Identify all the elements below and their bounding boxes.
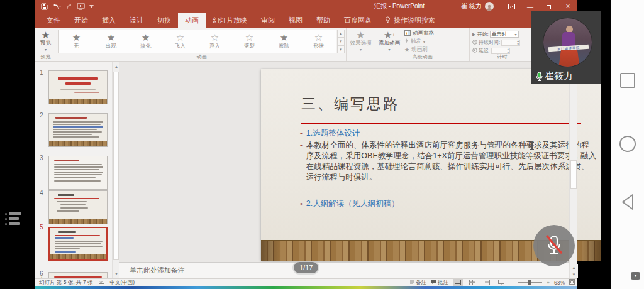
thumbnail-number: 3: [40, 155, 43, 161]
text-cursor: [530, 142, 534, 150]
tab-animations[interactable]: 动画: [178, 13, 206, 28]
status-bar: 幻灯片 第 5 张, 共 7 张 中文(中国) 备注 批注 − + 63%: [35, 278, 577, 286]
slide-title[interactable]: 三、编写思路: [301, 94, 399, 114]
back-icon[interactable]: [620, 194, 635, 213]
window-buttons: — ×: [502, 0, 577, 13]
star-outline-icon: ☆: [314, 33, 323, 42]
gallery-up-icon[interactable]: ▲: [337, 30, 345, 38]
presenter-name-row: 崔筱力: [535, 70, 573, 82]
slide-thumbnail-4[interactable]: [48, 190, 108, 224]
next-slide-icon[interactable]: ▼: [570, 271, 578, 278]
close-button[interactable]: ×: [558, 0, 577, 13]
recents-icon[interactable]: [620, 73, 635, 88]
notes-panel[interactable]: 单击此处添加备注: [119, 262, 569, 278]
tab-file[interactable]: 文件: [40, 13, 67, 28]
duration-spinner[interactable]: ▲▼: [501, 40, 520, 46]
tab-insert[interactable]: 插入: [95, 13, 123, 28]
slide-thumbnail-3[interactable]: [48, 156, 108, 190]
window-title: 汇报 - PowerPoint: [374, 0, 425, 13]
presenter-name: 崔筱力: [545, 70, 573, 82]
group-animation-gallery: ★无 ★出现 ★淡化 ☆飞入 ☆浮入 ☆劈裂 ★擦除 ☆形状 ▲ ▼ ▼ 动画: [57, 28, 347, 61]
animation-float-in[interactable]: ☆浮入: [197, 30, 232, 53]
delay-spinner[interactable]: ▲▼: [491, 48, 510, 54]
notes-toggle[interactable]: 备注: [409, 279, 426, 286]
tab-design[interactable]: 设计: [123, 13, 150, 28]
slide-bullet-3[interactable]: • 2.大纲解读（见大纲初稿）: [300, 199, 399, 209]
fit-to-window-icon[interactable]: [569, 279, 575, 286]
slide-bullet-2[interactable]: • 本教材全面的、体系性的诠释出酒店前厅客房服务与管理的各种要求及其运行的程序及…: [300, 140, 597, 183]
hide-navbar-icon[interactable]: ▾: [631, 272, 640, 280]
normal-view-button[interactable]: [453, 279, 463, 286]
animation-shape[interactable]: ☆形状: [301, 30, 336, 53]
effect-options-button[interactable]: ★ 效果选项 ▾: [347, 28, 375, 52]
slide-thumbnail-1[interactable]: [48, 70, 108, 104]
animation-fade[interactable]: ★淡化: [128, 30, 163, 53]
account-area[interactable]: 崔 筱力: [461, 0, 494, 13]
ribbon: ★ 预览 ▾ 预览 ★无 ★出现 ★淡化 ☆飞入 ☆浮入 ☆劈裂 ★擦除 ☆形状…: [35, 28, 577, 62]
home-icon[interactable]: [619, 136, 636, 152]
animation-none[interactable]: ★无: [59, 30, 94, 53]
zoom-level[interactable]: 63%: [554, 280, 565, 286]
slideshow-view-button[interactable]: [496, 279, 506, 286]
animation-split[interactable]: ☆劈裂: [232, 30, 267, 53]
tab-help[interactable]: 帮助: [309, 13, 337, 28]
animation-fly-in[interactable]: ☆飞入: [163, 30, 197, 53]
start-combobox[interactable]: 单击时▾: [490, 31, 519, 38]
tell-me-search[interactable]: 操作说明搜索: [379, 13, 441, 28]
qat-dropdown-icon[interactable]: [89, 5, 94, 8]
star-outline-icon: ☆: [245, 33, 253, 42]
zoom-out-button[interactable]: −: [511, 280, 514, 286]
ribbon-display-options-icon[interactable]: [502, 0, 521, 13]
trigger-button[interactable]: 触发▾: [404, 38, 434, 45]
animation-pane-button[interactable]: 动画窗格: [404, 30, 434, 37]
zoom-in-button[interactable]: +: [547, 280, 550, 286]
avatar[interactable]: [485, 2, 494, 11]
presenter-photo: 厦门南洋学院: [543, 18, 592, 67]
tab-slideshow[interactable]: 幻灯片放映: [206, 13, 254, 28]
webcam-overlay[interactable]: 厦门南洋学院 崔筱力: [531, 11, 601, 84]
language-indicator[interactable]: 中文(中国): [110, 279, 135, 286]
thumbnail-number-selected: 5: [40, 224, 43, 231]
redo-icon[interactable]: [65, 3, 72, 10]
slide-thumbnail-5-selected[interactable]: [48, 227, 108, 261]
gallery-down-icon[interactable]: ▼: [337, 38, 345, 46]
tab-home[interactable]: 开始: [67, 13, 95, 28]
tab-view[interactable]: 视图: [282, 13, 309, 28]
restore-button[interactable]: [540, 0, 558, 13]
slide-sorter-view-button[interactable]: [467, 279, 477, 286]
thumbnail-number: 1: [40, 69, 43, 76]
thumbnail-scrollbar[interactable]: ▲ ▼: [112, 62, 119, 278]
undo-icon[interactable]: [52, 3, 61, 10]
group-preview: ★ 预览 ▾ 预览: [35, 28, 57, 61]
preview-button[interactable]: ★ 预览 ▾: [35, 28, 57, 52]
tab-review[interactable]: 审阅: [254, 13, 282, 28]
slide-thumbnail-6[interactable]: [48, 272, 108, 278]
ribbon-tab-row: 文件 开始 插入 设计 切换 动画 幻灯片放映 审阅 视图 帮助 百度网盘 操作…: [35, 13, 577, 28]
comments-toggle[interactable]: 批注: [431, 279, 448, 286]
animation-wipe[interactable]: ★擦除: [267, 30, 301, 53]
thumbnail-scroll-thumb[interactable]: [113, 72, 119, 260]
spellcheck-icon[interactable]: [99, 279, 104, 286]
minimize-button[interactable]: —: [521, 0, 540, 13]
tab-baidu-netdisk[interactable]: 百度网盘: [337, 13, 379, 28]
reading-view-button[interactable]: [482, 279, 492, 286]
group-advanced-animation: ★+ 添加动画 ▾ 动画窗格 触发▾ ★ 动画刷 高级动画: [375, 28, 470, 61]
gallery-more-icon[interactable]: ▼: [337, 45, 345, 53]
tab-transitions[interactable]: 切换: [150, 13, 178, 28]
zoom-slider[interactable]: [518, 282, 542, 283]
star-icon: ★: [72, 33, 80, 42]
bulleted-list-icon[interactable]: [5, 212, 24, 227]
animation-appear[interactable]: ★出现: [94, 30, 128, 53]
save-icon[interactable]: [41, 3, 48, 10]
slide-thumbnail-2[interactable]: [48, 113, 108, 147]
delay-clock-icon: [472, 48, 477, 54]
microphone-mute-button[interactable]: [533, 225, 575, 266]
animation-painter-button[interactable]: ★ 动画刷: [404, 46, 434, 53]
previous-slide-icon[interactable]: ▲: [570, 264, 578, 271]
main-scroll-thumb[interactable]: [570, 160, 577, 189]
start-slideshow-icon[interactable]: [77, 3, 85, 10]
slide-bullet-1[interactable]: • 1.选题整体设计: [300, 128, 360, 139]
outline-draft-link[interactable]: 见大纲初稿: [352, 199, 392, 208]
lightning-icon: [404, 38, 409, 45]
zoom-slider-thumb[interactable]: [528, 280, 531, 285]
